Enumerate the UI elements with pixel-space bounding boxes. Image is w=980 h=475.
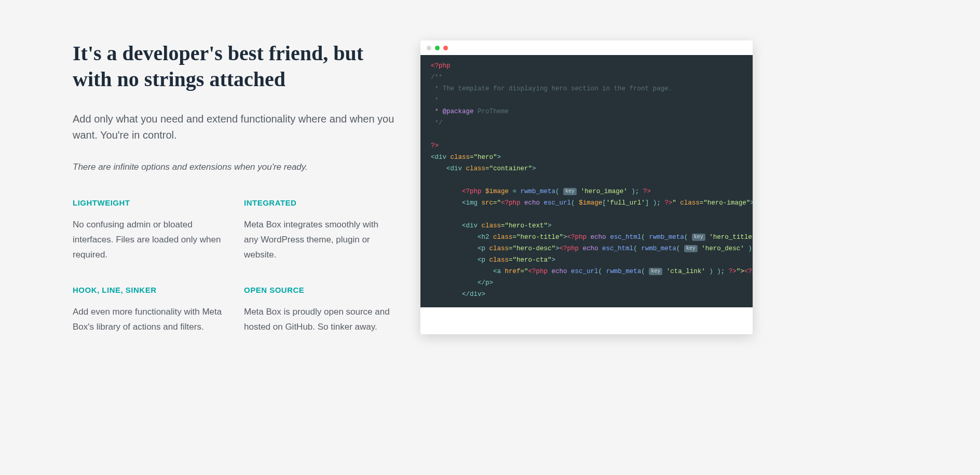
code-body: <?php /** * The template for displaying … [420, 55, 753, 307]
code-snippet: <?php /** * The template for displaying … [420, 60, 753, 300]
page-section: It's a developer's best friend, but with… [0, 0, 980, 334]
feature-desc: Add even more functionality with Meta Bo… [73, 305, 223, 335]
feature-desc: No confusing admin or bloated interfaces… [73, 218, 223, 263]
feature-title: OPEN SOURCE [244, 286, 394, 294]
sublead-paragraph: There are infinite options and extension… [73, 162, 394, 172]
key-pill: key [684, 245, 698, 252]
key-pill: key [563, 188, 577, 195]
feature-title: INTEGRATED [244, 198, 394, 207]
section-heading: It's a developer's best friend, but with… [73, 40, 394, 92]
key-pill: key [692, 234, 705, 241]
text-column: It's a developer's best friend, but with… [73, 40, 394, 334]
feature-title: LIGHTWEIGHT [73, 198, 223, 207]
feature-integrated: INTEGRATED Meta Box integrates smoothly … [244, 198, 394, 263]
feature-hook-line-sinker: HOOK, LINE, SINKER Add even more functio… [73, 286, 223, 335]
feature-desc: Meta Box is proudly open source and host… [244, 305, 394, 335]
window-dot-icon [435, 46, 440, 50]
window-titlebar [420, 40, 753, 55]
feature-desc: Meta Box integrates smoothly with any Wo… [244, 218, 394, 263]
feature-open-source: OPEN SOURCE Meta Box is proudly open sou… [244, 286, 394, 335]
code-window: <?php /** * The template for displaying … [420, 40, 753, 334]
lead-paragraph: Add only what you need and extend functi… [73, 111, 394, 143]
feature-lightweight: LIGHTWEIGHT No confusing admin or bloate… [73, 198, 223, 263]
window-dot-icon [443, 46, 448, 50]
key-pill: key [649, 268, 662, 275]
window-dot-icon [427, 46, 431, 50]
features-grid: LIGHTWEIGHT No confusing admin or bloate… [73, 198, 394, 334]
feature-title: HOOK, LINE, SINKER [73, 286, 223, 294]
code-column: <?php /** * The template for displaying … [420, 40, 907, 334]
